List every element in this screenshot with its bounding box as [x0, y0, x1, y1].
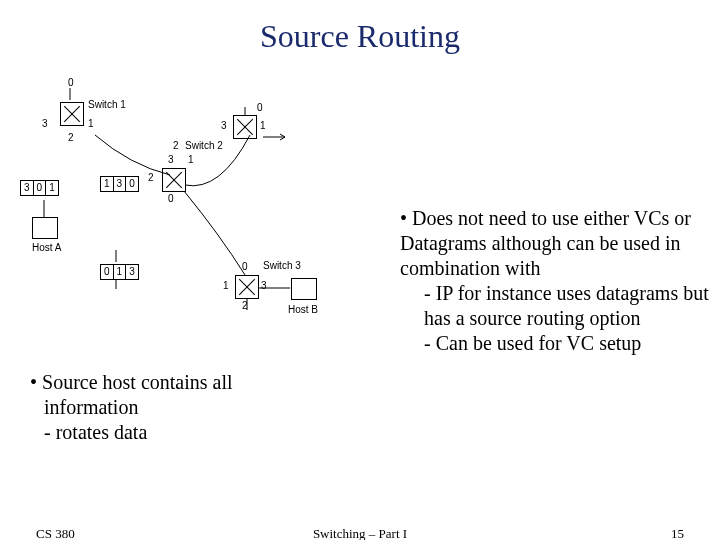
packet-3: 0 1 3	[100, 264, 139, 280]
left-bullet-lead: • Source host contains all	[30, 370, 280, 395]
switch-unlabeled	[162, 168, 186, 192]
switch-3-port-3: 3	[261, 280, 267, 291]
switch-1-port-1: 1	[88, 118, 94, 129]
packet-1: 3 0 1	[20, 180, 59, 196]
switch-1-port-2: 2	[68, 132, 74, 143]
switch-unlabeled-port-3: 3	[168, 154, 174, 165]
packet-1-cell-0: 3	[21, 181, 34, 195]
right-bullet-block: • Does not need to use either VCs or Dat…	[400, 206, 710, 356]
switch-2-label: Switch 2	[185, 140, 223, 151]
host-a-box	[32, 217, 58, 239]
slide-title: Source Routing	[0, 18, 720, 55]
switch-2-port-0: 0	[257, 102, 263, 113]
switch-2-port-1: 1	[260, 120, 266, 131]
right-bullet-sub2: - Can be used for VC setup	[424, 331, 710, 356]
switch-1-port-0: 0	[68, 77, 74, 88]
switch-3-port-0: 0	[242, 261, 248, 272]
right-bullet-lead: • Does not need to use either VCs or Dat…	[400, 206, 710, 281]
footer-page-number: 15	[671, 526, 684, 540]
left-bullet-block: • Source host contains all information -…	[30, 370, 280, 445]
packet-1-cell-2: 1	[46, 181, 58, 195]
packet-2-cell-0: 1	[101, 177, 114, 191]
switch-3-port-2: 2	[242, 300, 248, 311]
footer-center: Switching – Part I	[0, 526, 720, 540]
switch-unlabeled-port-1: 1	[188, 154, 194, 165]
host-b-label: Host B	[288, 304, 318, 315]
switch-unlabeled-port-0: 0	[168, 193, 174, 204]
left-bullet-line3: - rotates data	[44, 420, 280, 445]
packet-3-cell-1: 1	[114, 265, 127, 279]
packet-1-cell-1: 0	[34, 181, 47, 195]
switch-2-port-2: 2	[173, 140, 179, 151]
switch-1-label: Switch 1	[88, 99, 126, 110]
packet-2-cell-2: 0	[126, 177, 138, 191]
packet-3-cell-2: 3	[126, 265, 138, 279]
routing-diagram: Switch 1 0 3 1 2 Switch 2 0 3 1 2 3 2 1 …	[20, 80, 360, 340]
switch-3-label: Switch 3	[263, 260, 301, 271]
packet-2-cell-1: 3	[114, 177, 127, 191]
switch-1	[60, 102, 84, 126]
switch-2	[233, 115, 257, 139]
switch-3	[235, 275, 259, 299]
packet-3-cell-0: 0	[101, 265, 114, 279]
packet-2: 1 3 0	[100, 176, 139, 192]
switch-2-port-3: 3	[221, 120, 227, 131]
host-a-label: Host A	[32, 242, 61, 253]
switch-3-port-1: 1	[223, 280, 229, 291]
left-bullet-line2: information	[44, 395, 280, 420]
switch-1-port-3: 3	[42, 118, 48, 129]
switch-unlabeled-port-2: 2	[148, 172, 154, 183]
host-b-box	[291, 278, 317, 300]
right-bullet-sub1: - IP for instance uses datagrams but has…	[424, 281, 710, 331]
